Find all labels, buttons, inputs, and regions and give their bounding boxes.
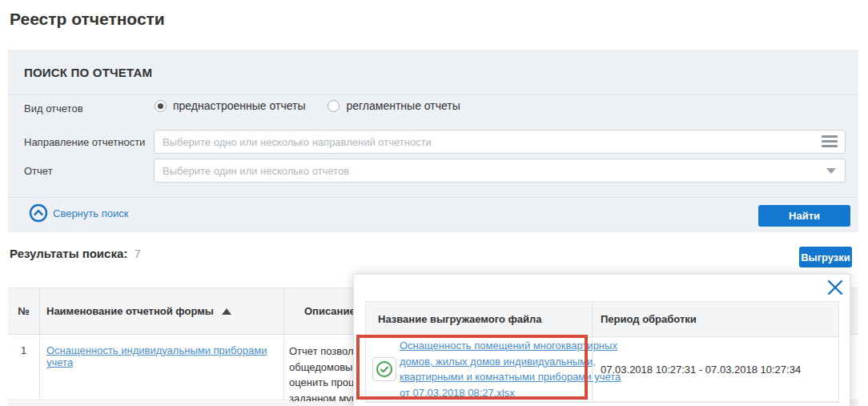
- radio-regulated-reports[interactable]: [328, 100, 340, 112]
- results-summary: Результаты поиска: 7: [10, 247, 141, 260]
- radio-regulated-reports-label[interactable]: регламентные отчеты: [346, 99, 460, 112]
- circle-check-icon: [376, 360, 393, 378]
- radio-preset-reports[interactable]: [155, 100, 167, 112]
- page-title: Реестр отчетности: [10, 10, 165, 29]
- collapse-search-label: Свернуть поиск: [53, 207, 128, 219]
- exports-table-header: Название выгружаемого файла Период обраб…: [366, 302, 838, 337]
- close-button[interactable]: [826, 279, 845, 298]
- file-link-line: Оснащенность помещений многоквартирных: [400, 338, 621, 354]
- search-panel-title: ПОИСК ПО ОТЧЕТАМ: [24, 66, 152, 79]
- header-file-name: Название выгружаемого файла: [366, 302, 593, 336]
- direction-field-wrap: [154, 130, 846, 154]
- results-count: 7: [134, 247, 140, 260]
- file-link-line: от 07.03.2018 08:27.xlsx: [400, 385, 621, 401]
- exports-button[interactable]: Выгрузки: [799, 247, 852, 267]
- direction-input[interactable]: [154, 130, 846, 154]
- caret-down-icon[interactable]: [826, 168, 836, 174]
- file-link-line: квартирными и комнатными приборами учета: [400, 369, 621, 385]
- file-link-line: домов, жилых домов индивидуальными,: [400, 354, 621, 370]
- header-number: №: [8, 288, 40, 334]
- close-icon: [826, 279, 844, 296]
- report-kind-radio-group: преднастроенные отчеты регламентные отче…: [155, 99, 460, 112]
- panel-separator: [8, 94, 858, 94]
- export-period: 07.03.2018 10:27:31 - 07.03.2018 10:27:3…: [593, 337, 838, 401]
- search-panel: ПОИСК ПО ОТЧЕТАМ Вид отчетов преднастрое…: [8, 50, 858, 232]
- export-status-button[interactable]: [372, 357, 396, 381]
- hamburger-menu-icon[interactable]: [822, 135, 838, 147]
- direction-label: Направление отчетности: [24, 136, 145, 148]
- report-form-link[interactable]: Оснащенность индивидуальными приборами у…: [46, 344, 283, 368]
- header-period: Период обработки: [593, 302, 838, 336]
- report-label: Отчет: [24, 165, 53, 177]
- collapse-search-link[interactable]: Свернуть поиск: [29, 203, 128, 223]
- exports-table: Название выгружаемого файла Период обраб…: [365, 301, 839, 403]
- export-file-link[interactable]: Оснащенность помещений многоквартирных д…: [400, 338, 621, 400]
- header-form-name-label: Наименование отчетной формы: [46, 305, 214, 317]
- row-number: 1: [8, 335, 40, 400]
- radio-preset-reports-label[interactable]: преднастроенные отчеты: [173, 99, 305, 112]
- circle-chevron-up-icon: [29, 203, 48, 223]
- panel-separator: [8, 197, 858, 198]
- export-row: Оснащенность помещений многоквартирных д…: [366, 337, 838, 402]
- header-form-name[interactable]: Наименование отчетной формы: [40, 288, 284, 334]
- sort-asc-icon[interactable]: [222, 308, 231, 315]
- find-button[interactable]: Найти: [758, 205, 850, 227]
- results-label: Результаты поиска:: [10, 247, 127, 260]
- exports-popup: Название выгружаемого файла Период обраб…: [353, 274, 850, 406]
- report-field-wrap: [154, 159, 846, 183]
- report-select-input[interactable]: [154, 159, 846, 183]
- report-kind-label: Вид отчетов: [24, 103, 83, 115]
